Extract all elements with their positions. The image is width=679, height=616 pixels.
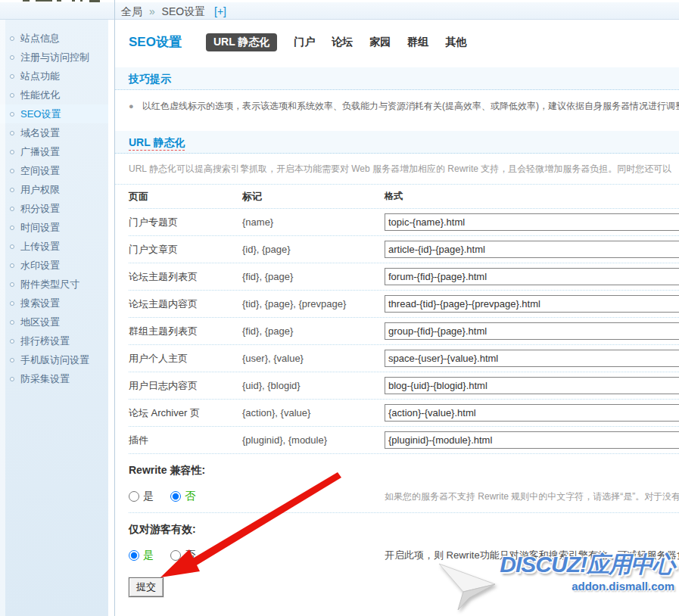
table-row: 论坛 Archiver 页 {action}, {value} <box>129 400 679 427</box>
page-label: 论坛主题列表页 <box>129 270 242 284</box>
page-title: SEO设置 <box>129 33 182 51</box>
radio-no-label[interactable]: 否 <box>185 490 195 503</box>
tags-label: {uid}, {blogid} <box>242 380 385 391</box>
sidebar-item[interactable]: 用户权限 <box>0 180 108 199</box>
table-row: 论坛主题内容页 {tid}, {page}, {prevpage} <box>129 291 679 318</box>
bullet-circle-icon <box>10 188 14 192</box>
radio-yes[interactable] <box>129 491 139 502</box>
sidebar-item-label: 注册与访问控制 <box>20 48 89 67</box>
sidebar-item-label: 性能优化 <box>20 86 60 104</box>
tab[interactable]: 门户 <box>294 36 315 49</box>
sidebar-item[interactable]: 手机版访问设置 <box>0 350 108 369</box>
bullet-circle-icon <box>10 263 14 268</box>
bullet-circle-icon <box>10 339 14 344</box>
bullet-circle-icon <box>10 150 14 154</box>
tags-label: {id}, {page} <box>242 244 385 255</box>
bullet-circle-icon <box>10 36 14 41</box>
sidebar-item-label: 用户权限 <box>20 180 60 199</box>
radio-no[interactable] <box>170 491 181 502</box>
tags-label: {name} <box>242 216 385 228</box>
tab[interactable]: 群组 <box>407 36 428 49</box>
sidebar-item-label: 手机版访问设置 <box>20 350 89 369</box>
radio-no[interactable] <box>170 550 181 561</box>
tags-label: {pluginid}, {module} <box>242 434 385 446</box>
tags-label: {action}, {value} <box>242 407 385 418</box>
breadcrumb-expand-toggle[interactable]: [+] <box>214 5 226 17</box>
tips-text: 以红色虚线标示的选项，表示该选项和系统效率、负载能力与资源消耗有关(提高效率、或… <box>142 101 679 111</box>
page-label: 门户专题页 <box>129 216 242 229</box>
format-input[interactable] <box>385 322 679 340</box>
tab[interactable]: 家园 <box>369 36 391 49</box>
sidebar-item[interactable]: 注册与访问控制 <box>0 48 108 67</box>
tips-bullet-row: ● 以红色虚线标示的选项，表示该选项和系统效率、负载能力与资源消耗有关(提高效率… <box>115 90 679 122</box>
page-label: 用户个人主页 <box>129 352 242 366</box>
sidebar-item[interactable]: 站点功能 <box>0 67 108 86</box>
submit-button[interactable]: 提交 <box>129 577 164 597</box>
sidebar-item[interactable]: 附件类型尺寸 <box>0 275 108 294</box>
sidebar-item[interactable]: 性能优化 <box>0 86 108 104</box>
sidebar-item[interactable]: 地区设置 <box>0 313 108 331</box>
format-input[interactable] <box>385 350 679 367</box>
sidebar-item[interactable]: 广播设置 <box>0 142 108 161</box>
sidebar-item-label: 排行榜设置 <box>20 331 70 350</box>
format-input[interactable] <box>385 295 679 313</box>
bullet-circle-icon <box>10 226 14 230</box>
format-input[interactable] <box>385 377 679 394</box>
sidebar-item-label: 积分设置 <box>20 199 60 218</box>
table-row: 用户个人主页 {user}, {value} <box>129 345 679 372</box>
table-body: 门户专题页 {name} 门户文章页 {id}, {page} 论坛主题列表页 <box>129 209 679 454</box>
format-input[interactable] <box>385 213 679 231</box>
sidebar-item[interactable]: 域名设置 <box>0 123 108 142</box>
watermark-domain: addon.dismall.com <box>500 580 674 593</box>
col-header-page: 页面 <box>129 190 242 204</box>
settings-sidebar: 站点信息 注册与访问控制 站点功能 性能优化 SEO设置 <box>0 20 108 616</box>
page-label: 论坛 Archiver 页 <box>129 406 242 420</box>
bullet-circle-icon <box>10 244 14 249</box>
page-label: 群组主题列表页 <box>129 325 242 338</box>
tab[interactable]: 论坛 <box>332 36 353 49</box>
breadcrumb: 全局 » SEO设置 [+] <box>121 5 226 19</box>
bullet-circle-icon <box>10 377 14 381</box>
table-row: 用户日志内容页 {uid}, {blogid} <box>129 372 679 400</box>
bullet-circle-icon <box>10 169 14 173</box>
sidebar-item[interactable]: 搜索设置 <box>0 294 108 313</box>
tips-section-header: 技巧提示 <box>115 67 679 90</box>
radio-no-label[interactable]: 否 <box>185 549 195 562</box>
sidebar-item[interactable]: 上传设置 <box>0 237 108 256</box>
bullet-circle-icon <box>10 112 14 117</box>
format-input[interactable] <box>385 431 679 449</box>
sidebar-item-label: 上传设置 <box>20 237 60 256</box>
breadcrumb-root[interactable]: 全局 <box>121 5 142 17</box>
sidebar-menu: 站点信息 注册与访问控制 站点功能 性能优化 SEO设置 <box>0 20 108 388</box>
page-label: 论坛主题内容页 <box>129 297 242 311</box>
tags-label: {user}, {value} <box>242 353 385 364</box>
bullet-circle-icon <box>10 93 14 98</box>
col-header-tags: 标记 <box>242 190 385 204</box>
radio-yes-label[interactable]: 是 <box>143 549 154 562</box>
discuz-watermark: DISCUZ!应用中心 addon.dismall.com <box>438 549 674 611</box>
col-header-format: 格式 <box>385 190 679 203</box>
breadcrumb-current: SEO设置 <box>162 5 206 17</box>
sidebar-item[interactable]: 积分设置 <box>0 199 108 218</box>
sidebar-item-label: 地区设置 <box>20 313 60 331</box>
tab[interactable]: URL 静态化 <box>206 33 277 51</box>
tab[interactable]: 其他 <box>445 36 466 49</box>
format-input[interactable] <box>385 241 679 258</box>
bullet-circle-icon <box>10 55 14 60</box>
sidebar-item[interactable]: 水印设置 <box>0 256 108 275</box>
radio-yes[interactable] <box>129 550 139 561</box>
format-input[interactable] <box>385 268 679 285</box>
option-label: 仅对游客有效: <box>129 523 679 537</box>
watermark-brand: DISCUZ!应用中心 <box>500 549 674 580</box>
sidebar-item[interactable]: 时间设置 <box>0 218 108 237</box>
format-input[interactable] <box>385 404 679 422</box>
radio-yes-label[interactable]: 是 <box>143 490 154 503</box>
sidebar-item[interactable]: 空间设置 <box>0 161 108 180</box>
sidebar-item[interactable]: SEO设置 <box>0 104 108 123</box>
paper-plane-icon <box>438 560 497 611</box>
sidebar-item[interactable]: 排行榜设置 <box>0 331 108 350</box>
sidebar-item[interactable]: 防采集设置 <box>0 369 108 388</box>
seo-tabs: URL 静态化 门户 论坛 家园 群组 其他 <box>206 33 466 51</box>
sidebar-item[interactable]: 站点信息 <box>0 29 108 48</box>
bullet-circle-icon <box>10 301 14 306</box>
